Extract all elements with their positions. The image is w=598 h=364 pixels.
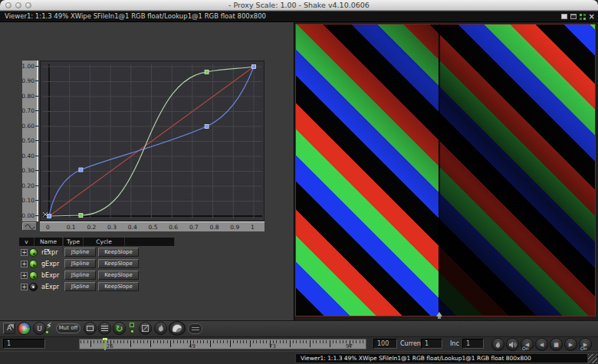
header-cycle[interactable]: Cycle (84, 238, 125, 246)
keyframe-marker[interactable] (79, 168, 83, 172)
channel-visibility-ball-icon[interactable] (29, 248, 38, 257)
type-dropdown[interactable]: JSpline (64, 271, 96, 280)
ruler-frame-label: 97 (346, 343, 353, 349)
play-backward-loop-button[interactable]: ◀ On (521, 338, 534, 351)
table-row: + aExpr JSpline KeepSlope (19, 282, 175, 292)
header-name[interactable]: Name ▾ (34, 238, 64, 246)
type-dropdown[interactable]: JSpline (64, 248, 96, 257)
play-forward-button[interactable]: ▶ (564, 338, 577, 351)
play-forward-loop-button[interactable]: ▶ On (579, 338, 592, 351)
channel-visibility-ball-icon[interactable] (29, 283, 38, 291)
cycle-dropdown[interactable]: KeepSlope (98, 282, 139, 291)
viewer-status-text: Viewer1: 1:1.3 49% XWipe SFileIn1@1 RGB … (295, 353, 588, 363)
channel-name: gExpr (41, 261, 59, 267)
options-button[interactable] (188, 323, 202, 334)
y-tick-label: 0.40 (21, 153, 34, 159)
increment-field[interactable]: 1 (462, 339, 484, 349)
step-backward-button[interactable]: ◀ (535, 338, 548, 351)
sync-button[interactable] (128, 323, 136, 334)
ruler-frame-label: 25 (107, 343, 113, 349)
x-tick-label: 0.2 (87, 224, 96, 231)
loop-on-badge: On (580, 346, 587, 351)
detach-viewer-icon[interactable] (561, 14, 567, 19)
channel-table-header: v Name ▾ Type Cycle (19, 238, 175, 246)
channel-visibility-ball-icon[interactable] (29, 271, 38, 280)
viewer-tab-label[interactable]: Viewer1: 1:1.3 49% XWipe SFileIn1@1 RGB … (5, 11, 266, 22)
sync-square-icon (130, 323, 134, 327)
y-tick-label: 1.00 (21, 64, 34, 70)
audio-button[interactable] (506, 338, 519, 351)
viewer-grid-icon[interactable] (580, 14, 586, 20)
titlebar: - Proxy Scale: 1.00 - Shake v4.10.0606 (0, 0, 598, 11)
mute-toggle-button[interactable]: Mut off (56, 323, 80, 333)
keyframe-marker[interactable] (205, 70, 209, 74)
play-forward-icon: ▶ (569, 342, 573, 348)
x-tick-label: 0.5 (149, 224, 158, 231)
step-backward-icon: ◀ (540, 342, 544, 348)
page-curl-button[interactable] (169, 321, 186, 336)
curve-plot[interactable] (40, 61, 264, 221)
channel-name: rExpr (41, 249, 58, 256)
type-dropdown[interactable]: JSpline (64, 282, 96, 291)
ruler-frame-label: 73 (269, 343, 276, 349)
keyframe-marker[interactable] (252, 65, 256, 69)
y-tick-label: 0.80 (21, 93, 34, 100)
cycle-dropdown[interactable]: KeepSlope (98, 259, 139, 268)
frame-icon (87, 326, 94, 331)
channel-visibility-ball-icon[interactable] (29, 260, 38, 268)
time-ruler[interactable]: 25497397 (79, 339, 366, 349)
end-frame-field[interactable]: 100 (373, 339, 397, 349)
stop-button[interactable]: ■ (550, 338, 563, 351)
resize-grip[interactable] (588, 354, 597, 363)
refresh-button[interactable]: ↻ (113, 322, 126, 335)
playhead[interactable] (103, 338, 107, 350)
cycle-dropdown[interactable]: KeepSlope (98, 248, 139, 257)
viewer-canvas[interactable] (295, 24, 596, 316)
compare-icon (101, 326, 108, 331)
header-visibility[interactable]: v (19, 238, 34, 246)
y-tick-label: 0.90 (21, 78, 34, 84)
expand-button[interactable]: + (21, 249, 28, 256)
color-wheel-button[interactable] (18, 322, 31, 335)
flipbook-button[interactable] (154, 322, 167, 335)
current-frame-field[interactable]: 1 (421, 339, 442, 349)
keyframe-marker[interactable] (48, 215, 51, 218)
expand-button[interactable]: + (21, 284, 28, 290)
frame-field[interactable]: 1 (3, 339, 45, 349)
x-tick-label: 0.1 (67, 224, 76, 231)
x-tick-label: 0.7 (189, 224, 199, 231)
stop-icon: ■ (554, 342, 559, 348)
ruler-frame-label: 49 (189, 343, 196, 349)
transform-button[interactable] (139, 322, 152, 335)
flipbook-render-button[interactable] (491, 338, 504, 351)
flame-icon (157, 324, 165, 333)
x-tick-label: 0.6 (169, 224, 178, 231)
xwipe-divider[interactable] (439, 24, 440, 316)
x-axis: 00.10.20.30.40.50.60.70.80.91 (40, 221, 264, 231)
y-tick-label: 0.60 (21, 123, 34, 130)
keyframe-marker[interactable] (205, 125, 209, 129)
keyframe-marker[interactable] (79, 214, 83, 218)
expand-button[interactable]: + (21, 272, 28, 279)
close-viewer-icon[interactable]: × (589, 13, 595, 21)
table-row: + gExpr JSpline KeepSlope (19, 259, 175, 269)
viewer-tabbar: Viewer1: 1:1.3 49% XWipe SFileIn1@1 RGB … (0, 11, 598, 22)
autofit-button[interactable]: A (3, 323, 15, 334)
header-type[interactable]: Type (64, 238, 84, 246)
x-tick-label: 0.3 (107, 224, 117, 231)
x-tick-label: 0.9 (230, 224, 239, 231)
compare-button[interactable] (98, 322, 111, 335)
frame-button[interactable] (84, 322, 97, 335)
update-button[interactable]: U (33, 322, 46, 335)
y-tick-label: -0.00 (20, 213, 34, 219)
xwipe-handle[interactable] (436, 312, 442, 316)
y-tick-label: 0.50 (21, 138, 34, 144)
expand-button[interactable]: + (21, 261, 28, 267)
table-row: + bExpr JSpline KeepSlope (19, 271, 175, 280)
inc-label: Inc (450, 340, 459, 347)
header-filler (125, 238, 175, 246)
new-viewer-icon[interactable] (570, 14, 577, 19)
curve-mode-button[interactable] (22, 222, 37, 231)
cycle-dropdown[interactable]: KeepSlope (98, 271, 139, 280)
type-dropdown[interactable]: JSpline (64, 259, 96, 268)
